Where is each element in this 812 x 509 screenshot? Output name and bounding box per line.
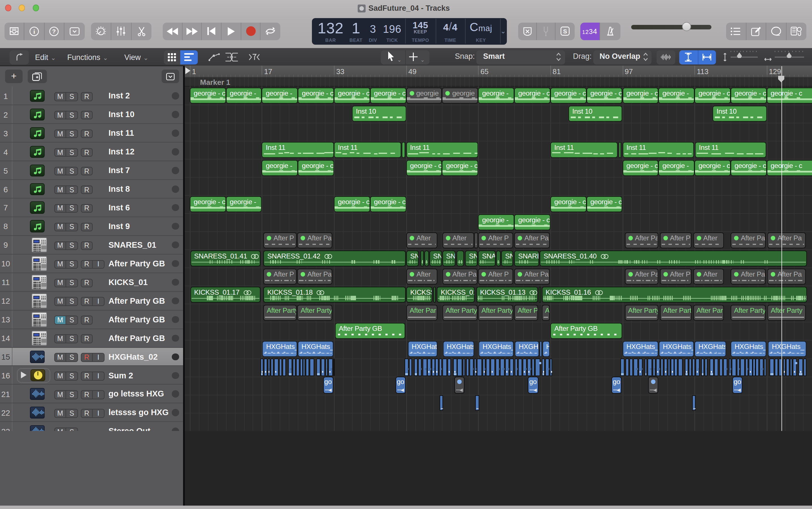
svg-text:i: i: [33, 28, 35, 35]
svg-text:?: ?: [52, 28, 56, 34]
svg-text:S: S: [563, 28, 567, 34]
